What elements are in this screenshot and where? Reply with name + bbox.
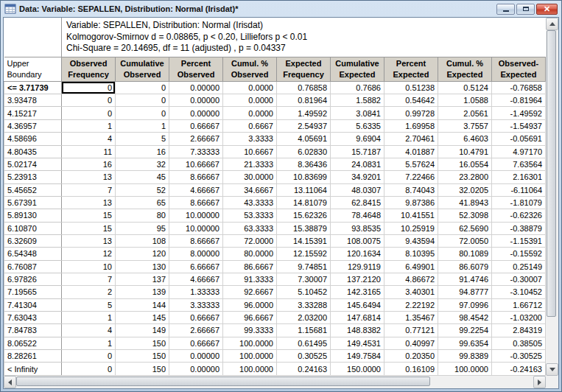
data-cell[interactable]: 32 xyxy=(116,158,169,170)
data-cell[interactable]: 0.51238 xyxy=(384,81,438,94)
data-cell[interactable]: -0.15592 xyxy=(492,248,546,260)
data-cell[interactable]: 1 xyxy=(116,119,169,132)
data-cell[interactable]: 0.81964 xyxy=(277,94,331,107)
scroll-left-button[interactable] xyxy=(4,376,16,388)
data-cell[interactable]: 10.25919 xyxy=(384,222,438,234)
data-cell[interactable]: 4 xyxy=(62,324,116,337)
data-cell[interactable]: 13.11064 xyxy=(277,183,331,196)
data-cell[interactable]: 3.33288 xyxy=(277,298,331,311)
data-cell[interactable]: 9.43594 xyxy=(384,234,438,247)
data-cell[interactable]: 139 xyxy=(116,286,169,298)
vertical-scroll-thumb[interactable] xyxy=(547,30,556,317)
horizontal-scroll-thumb[interactable] xyxy=(16,377,430,386)
data-cell[interactable]: 0.0000 xyxy=(223,81,277,94)
data-cell[interactable]: 148.8382 xyxy=(331,324,384,337)
data-cell[interactable]: 120.1634 xyxy=(331,248,384,260)
data-cell[interactable]: 0 xyxy=(62,107,116,119)
data-cell[interactable]: 63.3333 xyxy=(223,222,277,234)
data-cell[interactable]: 4.66667 xyxy=(169,273,223,285)
data-cell[interactable]: 93.8535 xyxy=(331,222,384,234)
data-cell[interactable]: -0.30525 xyxy=(492,350,546,363)
data-cell[interactable]: 0.16109 xyxy=(384,363,438,376)
column-header[interactable]: Expected Frequency xyxy=(277,57,331,81)
row-header[interactable]: 5.67391 xyxy=(4,196,62,209)
data-cell[interactable]: 99.6354 xyxy=(438,337,492,349)
data-cell[interactable]: 10.83699 xyxy=(277,171,331,183)
data-cell[interactable]: -0.76858 xyxy=(492,81,546,94)
scroll-up-button[interactable] xyxy=(546,18,558,30)
data-cell[interactable]: 10.00000 xyxy=(169,209,223,222)
data-cell[interactable]: 10.4791 xyxy=(438,145,492,158)
data-cell[interactable]: 30.0000 xyxy=(223,171,277,183)
data-cell[interactable]: 8.00000 xyxy=(169,248,223,260)
data-cell[interactable]: 120 xyxy=(116,248,169,260)
data-cell[interactable]: 8.10395 xyxy=(384,248,438,260)
data-cell[interactable]: 12.15592 xyxy=(277,248,331,260)
data-cell[interactable]: 2.03200 xyxy=(277,311,331,323)
data-cell[interactable]: 108 xyxy=(116,234,169,247)
row-header[interactable]: 7.19565 xyxy=(4,286,62,298)
data-cell[interactable]: 0 xyxy=(62,363,116,376)
column-header[interactable]: Cumulative Observed xyxy=(116,57,169,81)
data-cell[interactable]: 80.0000 xyxy=(223,248,277,260)
data-cell[interactable]: 34.9201 xyxy=(331,171,384,183)
data-cell[interactable]: 15 xyxy=(62,222,116,234)
data-cell[interactable]: 0.40997 xyxy=(384,337,438,349)
data-cell[interactable]: 8.74043 xyxy=(384,183,438,196)
row-header[interactable]: 6.97826 xyxy=(4,273,62,285)
data-cell[interactable]: -0.05691 xyxy=(492,133,546,145)
data-cell[interactable]: 1 xyxy=(62,311,116,323)
data-cell[interactable]: 1 xyxy=(62,119,116,132)
titlebar[interactable]: Data: Variable: SEPALLEN, Distribution: … xyxy=(3,1,559,17)
data-cell[interactable]: 3.33333 xyxy=(169,298,223,311)
data-cell[interactable]: 150.0000 xyxy=(331,363,384,376)
data-cell[interactable]: 72.0000 xyxy=(223,234,277,247)
data-cell[interactable]: 2 xyxy=(62,286,116,298)
data-cell[interactable]: 1.69958 xyxy=(384,119,438,132)
data-cell[interactable]: 14.81079 xyxy=(277,196,331,209)
row-header[interactable]: 5.02174 xyxy=(4,158,62,170)
column-header[interactable]: Observed- Expected xyxy=(492,57,546,81)
row-header[interactable]: 6.32609 xyxy=(4,234,62,247)
data-cell[interactable]: 8.66667 xyxy=(169,196,223,209)
data-cell[interactable]: 99.2254 xyxy=(438,324,492,337)
row-header[interactable]: 8.28261 xyxy=(4,350,62,363)
data-cell[interactable]: -0.38879 xyxy=(492,222,546,234)
data-cell[interactable]: 9.87386 xyxy=(384,196,438,209)
data-cell[interactable]: 0 xyxy=(116,81,169,94)
data-cell[interactable]: 53.3333 xyxy=(223,209,277,222)
data-cell[interactable]: 150 xyxy=(116,363,169,376)
data-cell[interactable]: 10 xyxy=(62,260,116,273)
data-cell[interactable]: 97.0996 xyxy=(438,298,492,311)
data-cell[interactable]: 108.0075 xyxy=(331,234,384,247)
data-cell[interactable]: 98.4542 xyxy=(438,311,492,323)
data-cell[interactable]: 6.4603 xyxy=(438,133,492,145)
data-cell[interactable]: 0.6667 xyxy=(223,119,277,132)
data-cell[interactable]: 10.41551 xyxy=(384,209,438,222)
data-cell[interactable]: 0 xyxy=(62,94,116,107)
data-cell[interactable]: 86.6079 xyxy=(438,260,492,273)
data-cell[interactable]: 1.33333 xyxy=(169,286,223,298)
data-cell[interactable]: 7 xyxy=(62,183,116,196)
data-cell[interactable]: 0 xyxy=(116,107,169,119)
data-cell[interactable]: -1.15391 xyxy=(492,234,546,247)
data-cell[interactable]: 15 xyxy=(62,209,116,222)
spreadsheet-icon[interactable] xyxy=(4,3,16,15)
data-cell[interactable]: 52.3098 xyxy=(438,209,492,222)
data-cell[interactable]: 24.0831 xyxy=(331,158,384,170)
data-cell[interactable]: 144 xyxy=(116,298,169,311)
data-cell[interactable]: 2.66667 xyxy=(169,324,223,337)
data-cell[interactable]: 0.00000 xyxy=(169,81,223,94)
data-cell[interactable]: 0.20350 xyxy=(384,350,438,363)
row-header[interactable]: <= 3.71739 xyxy=(4,81,62,94)
data-cell[interactable]: 145.6494 xyxy=(331,298,384,311)
data-cell[interactable]: 9.74851 xyxy=(277,260,331,273)
data-cell[interactable]: 0.5124 xyxy=(438,81,492,94)
data-cell[interactable]: 2.22192 xyxy=(384,298,438,311)
data-cell[interactable]: 0.00000 xyxy=(169,107,223,119)
data-cell[interactable]: 0.7686 xyxy=(331,81,384,94)
data-cell[interactable]: 100.0000 xyxy=(223,337,277,349)
data-cell[interactable]: 96.6667 xyxy=(223,311,277,323)
data-cell[interactable]: 91.4746 xyxy=(438,273,492,285)
vertical-scrollbar[interactable] xyxy=(546,18,558,376)
